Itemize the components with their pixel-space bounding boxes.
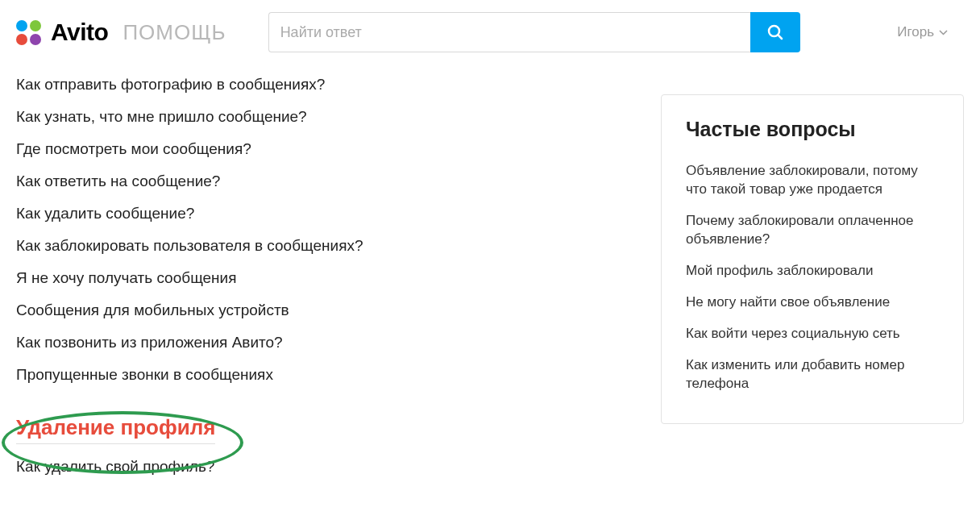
brand-name: Avito xyxy=(51,19,108,46)
main-column: Как отправить фотографию в сообщениях? К… xyxy=(16,69,629,483)
faq-item[interactable]: Где посмотреть мои сообщения? xyxy=(16,133,629,165)
faq-sidebar-card: Частые вопросы Объявление заблокировали,… xyxy=(661,94,964,424)
content: Как отправить фотографию в сообщениях? К… xyxy=(0,69,980,483)
section-list: Как удалить свой профиль? xyxy=(16,451,629,483)
faq-item[interactable]: Как удалить свой профиль? xyxy=(16,451,629,483)
faq-item[interactable]: Как узнать, что мне пришло сообщение? xyxy=(16,101,629,133)
faq-item[interactable]: Как удалить сообщение? xyxy=(16,198,629,230)
search-button[interactable] xyxy=(750,12,800,52)
sidebar-title: Частые вопросы xyxy=(686,118,939,141)
search-icon xyxy=(766,23,785,42)
svg-line-1 xyxy=(778,35,782,39)
faq-item[interactable]: Сообщения для мобильных устройств xyxy=(16,294,629,326)
sidebar: Частые вопросы Объявление заблокировали,… xyxy=(661,69,964,483)
faq-item[interactable]: Как позвонить из приложения Авито? xyxy=(16,326,629,359)
search-input[interactable] xyxy=(268,12,750,52)
header: Avito помощь Игорь xyxy=(0,0,980,69)
section-title-delete-profile: Удаление профиля xyxy=(16,415,215,444)
faq-item[interactable]: Как отправить фотографию в сообщениях? xyxy=(16,69,629,101)
sidebar-item[interactable]: Как войти через социальную сеть xyxy=(686,318,939,350)
user-name: Игорь xyxy=(897,24,934,40)
sidebar-item[interactable]: Не могу найти свое объявление xyxy=(686,287,939,318)
faq-item[interactable]: Как ответить на сообщение? xyxy=(16,165,629,198)
sidebar-list: Объявление заблокировали, потому что так… xyxy=(686,156,939,399)
brand-subtitle: помощь xyxy=(122,20,226,45)
faq-list: Как отправить фотографию в сообщениях? К… xyxy=(16,69,629,391)
sidebar-item[interactable]: Как изменить или добавить номер телефона xyxy=(686,350,939,400)
logo-icon xyxy=(16,20,41,45)
faq-item[interactable]: Я не хочу получать сообщения xyxy=(16,262,629,294)
faq-item[interactable]: Как заблокировать пользователя в сообщен… xyxy=(16,230,629,262)
search-bar xyxy=(268,12,800,52)
sidebar-item[interactable]: Почему заблокировали оплаченное объявлен… xyxy=(686,206,939,256)
chevron-down-icon xyxy=(939,30,948,35)
faq-item[interactable]: Пропущенные звонки в сообщениях xyxy=(16,359,629,391)
sidebar-item[interactable]: Мой профиль заблокировали xyxy=(686,256,939,287)
user-menu[interactable]: Игорь xyxy=(897,24,964,40)
sidebar-item[interactable]: Объявление заблокировали, потому что так… xyxy=(686,156,939,206)
